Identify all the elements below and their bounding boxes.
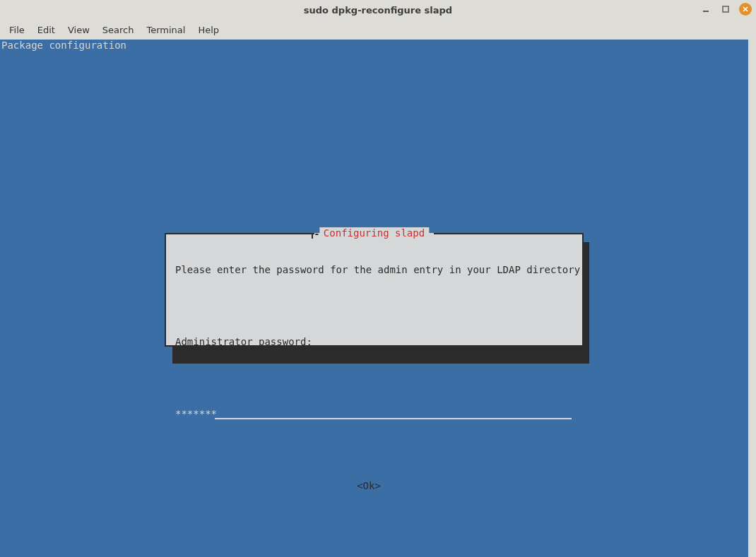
menubar: File Edit View Search Terminal Help [0,20,756,40]
menu-terminal[interactable]: Terminal [140,22,191,38]
window-controls [699,3,752,16]
window-title: sudo dpkg-reconfigure slapd [304,5,452,16]
minimize-button[interactable] [699,3,712,16]
config-dialog: Configuring slapd Please enter the passw… [165,233,584,347]
svg-rect-1 [723,6,728,12]
svg-rect-0 [703,11,709,12]
dialog-title: Configuring slapd [319,227,429,239]
terminal[interactable]: Package configuration Configuring slapd … [0,40,756,557]
titlebar: sudo dpkg-reconfigure slapd [0,0,756,20]
close-button[interactable] [739,3,752,16]
menu-file[interactable]: File [3,22,31,38]
menu-edit[interactable]: Edit [31,22,61,38]
menu-help[interactable]: Help [191,22,225,38]
password-label: Administrator password: [175,336,573,348]
menu-search[interactable]: Search [96,22,141,38]
package-config-header: Package configuration [1,40,126,52]
dialog-prompt: Please enter the password for the admin … [175,264,573,276]
ok-button[interactable]: <Ok> [165,480,573,492]
password-input[interactable]: ******* [175,408,572,420]
scrollbar[interactable] [748,40,756,557]
maximize-button[interactable] [719,3,732,16]
menu-view[interactable]: View [61,22,96,38]
